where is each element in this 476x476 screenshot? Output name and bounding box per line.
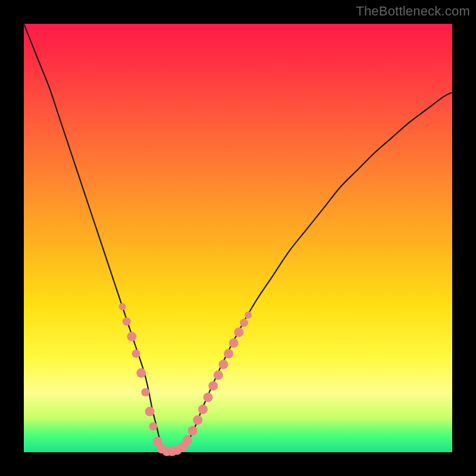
curve-marker [229, 338, 239, 347]
curve-layer [24, 24, 452, 452]
curve-marker [183, 436, 192, 445]
curve-marker [234, 327, 243, 337]
bottleneck-curve [24, 24, 452, 452]
curve-marker [136, 368, 146, 378]
plot-area [24, 24, 452, 452]
curve-marker [145, 407, 155, 416]
marker-group [119, 303, 252, 456]
watermark-text: TheBottleneck.com [356, 4, 470, 19]
curve-marker [240, 319, 248, 327]
curve-marker [198, 405, 208, 414]
curve-marker [224, 349, 233, 358]
curve-marker [208, 381, 218, 390]
curve-marker [149, 422, 157, 431]
curve-marker [188, 426, 198, 436]
curve-marker [132, 349, 140, 358]
curve-marker [141, 388, 149, 396]
curve-marker [127, 332, 136, 342]
curve-marker [214, 370, 223, 380]
curve-marker [245, 312, 252, 319]
curve-marker [219, 359, 228, 369]
curve-marker [193, 415, 202, 425]
curve-marker [119, 303, 126, 310]
chart-frame: TheBottleneck.com [0, 0, 476, 476]
curve-marker [203, 393, 213, 402]
curve-marker [123, 317, 131, 325]
